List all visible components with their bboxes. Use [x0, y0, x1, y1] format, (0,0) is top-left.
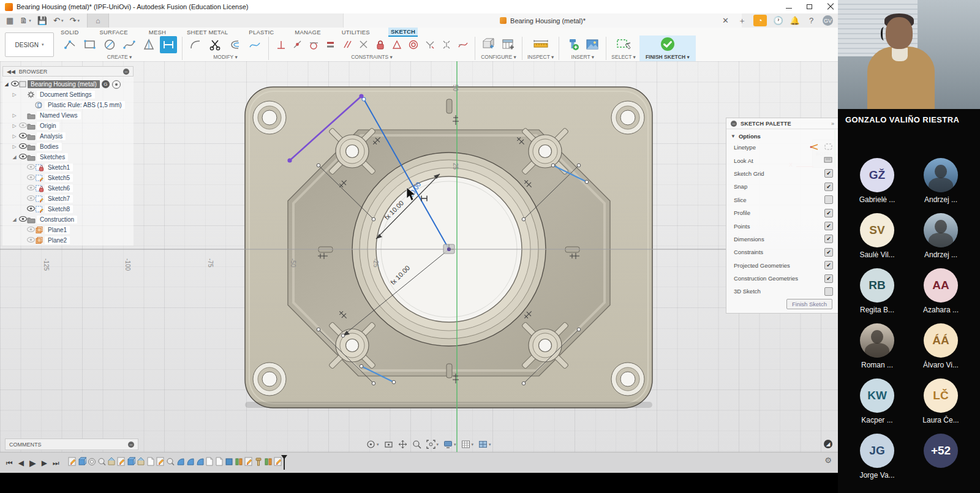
- group-label-create[interactable]: CREATE ▾: [107, 54, 132, 61]
- collapse-panel-icon[interactable]: ◀◀: [7, 69, 15, 75]
- app-grid-icon[interactable]: ▦: [6, 17, 13, 24]
- participant-tile[interactable]: AAAzahara ...: [909, 268, 973, 316]
- line-tool[interactable]: [62, 36, 79, 53]
- look-at-icon[interactable]: [384, 440, 393, 449]
- participant-tile[interactable]: Andrzej ...: [909, 158, 973, 206]
- break-tool[interactable]: [246, 36, 263, 53]
- parallel-constraint-tool[interactable]: [340, 36, 354, 53]
- browser-item-sketch6[interactable]: Sketch6: [2, 183, 134, 194]
- constraints-checkbox[interactable]: ✔: [824, 248, 833, 257]
- insert-mcmaster-tool[interactable]: [564, 36, 581, 53]
- help-icon[interactable]: ?: [806, 15, 816, 26]
- configuration-tool[interactable]: [480, 36, 497, 53]
- timeline-feature-sketch-10[interactable]: [156, 457, 165, 469]
- concentric-constraint-tool[interactable]: [406, 36, 420, 53]
- coincident-constraint-tool[interactable]: [290, 36, 304, 53]
- ribbon-tab-plastic[interactable]: PLASTIC: [246, 28, 276, 36]
- maximize-button[interactable]: [806, 3, 813, 10]
- sketch-grid-checkbox[interactable]: ✔: [824, 169, 833, 178]
- timeline-feature-wedge-8[interactable]: [137, 457, 145, 469]
- visibility-eye-icon[interactable]: [26, 206, 35, 213]
- browser-item-plane2[interactable]: Plane2: [2, 235, 134, 246]
- linetype-normal-icon[interactable]: [824, 143, 833, 152]
- timeline-feature-fillet-14[interactable]: [195, 457, 204, 469]
- participant-tile[interactable]: RBRegita B...: [845, 268, 909, 316]
- trim-tool[interactable]: [207, 36, 224, 53]
- job-status-icon[interactable]: ◔: [753, 15, 767, 26]
- slice-checkbox[interactable]: [824, 195, 833, 204]
- polygon-tool[interactable]: [140, 36, 157, 53]
- horizontal-vertical-constraint-tool[interactable]: [274, 36, 288, 53]
- browser-item-analysis[interactable]: ▷Analysis: [2, 131, 134, 141]
- collinear-constraint-tool[interactable]: [439, 36, 453, 53]
- participant-tile[interactable]: Andrzej ...: [909, 213, 973, 261]
- select-tool[interactable]: [615, 36, 632, 53]
- redo-button[interactable]: ↷▾: [69, 17, 79, 24]
- pan-icon[interactable]: [398, 440, 407, 449]
- browser-item-construction[interactable]: ◢Construction: [2, 214, 134, 225]
- browser-menu-icon[interactable]: –: [123, 69, 129, 75]
- comments-bar[interactable]: COMMENTS –: [5, 438, 138, 450]
- visibility-eye-icon[interactable]: [18, 216, 27, 223]
- fit-icon[interactable]: ▾: [426, 440, 439, 449]
- timeline-feature-view-11[interactable]: [166, 457, 175, 469]
- timeline-feature-doc-9[interactable]: [146, 457, 155, 469]
- home-tab-button[interactable]: ⌂: [87, 13, 109, 28]
- insert-image-tool[interactable]: [584, 36, 601, 53]
- save-button[interactable]: 💾: [37, 17, 47, 24]
- ribbon-tab-utilities[interactable]: UTILITIES: [339, 28, 372, 36]
- configuration-table-tool[interactable]: [500, 36, 517, 53]
- timeline-feature-pattern-18[interactable]: [235, 457, 243, 469]
- spline-tool[interactable]: [121, 36, 138, 53]
- timeline-feature-fillet-13[interactable]: [186, 457, 194, 469]
- participant-tile[interactable]: ÁÁÁlvaro Vi...: [909, 323, 973, 371]
- ribbon-tab-surface[interactable]: SURFACE: [97, 28, 130, 36]
- visibility-eye-icon[interactable]: [10, 81, 19, 88]
- timeline-feature-wedge-5[interactable]: [107, 457, 116, 469]
- participant-tile[interactable]: LČLaura Če...: [909, 378, 973, 426]
- browser-item-sketch1[interactable]: Sketch1: [2, 162, 134, 173]
- timeline-feature-doc-16[interactable]: [215, 457, 224, 469]
- timeline-feature-view-4[interactable]: [97, 457, 106, 469]
- snap-checkbox[interactable]: ✔: [824, 183, 833, 191]
- play-button[interactable]: ▶: [29, 458, 36, 468]
- sketch-origin[interactable]: [443, 244, 454, 254]
- offset-tool[interactable]: [227, 36, 244, 53]
- step-forward-button[interactable]: ▶: [42, 459, 47, 467]
- dimensions-checkbox[interactable]: ✔: [824, 235, 833, 243]
- zoom-icon[interactable]: [412, 440, 421, 449]
- finish-sketch-button[interactable]: FINISH SKETCH ▾: [639, 36, 696, 61]
- group-label-inspect[interactable]: INSPECT ▾: [527, 54, 554, 61]
- browser-header[interactable]: ◀◀ BROWSER –: [2, 66, 134, 77]
- profile-checkbox[interactable]: ✔: [824, 209, 833, 217]
- browser-item-sketch7[interactable]: Sketch7: [2, 194, 134, 204]
- browser-item-sketch8[interactable]: Sketch8: [2, 204, 134, 214]
- ribbon-tab-mesh[interactable]: MESH: [146, 28, 168, 36]
- visibility-eye-icon[interactable]: [26, 175, 35, 181]
- visibility-eye-icon[interactable]: [26, 227, 35, 233]
- look-at-icon[interactable]: [824, 156, 833, 165]
- ribbon-tab-manage[interactable]: MANAGE: [292, 28, 323, 36]
- visibility-eye-icon[interactable]: [18, 143, 27, 150]
- undo-button[interactable]: ↶▾: [53, 17, 63, 24]
- go-to-end-button[interactable]: ⏭: [53, 459, 59, 467]
- speaker-video[interactable]: [838, 0, 980, 109]
- grid-settings-icon[interactable]: ▾: [461, 440, 474, 449]
- palette-menu-icon[interactable]: –: [731, 121, 737, 127]
- activate-component-radio[interactable]: [112, 80, 121, 89]
- timeline-feature-fillet-12[interactable]: [176, 457, 184, 469]
- group-label-select[interactable]: SELECT ▾: [611, 54, 636, 61]
- fillet-tool[interactable]: [187, 36, 205, 53]
- browser-item-bodies[interactable]: ▷Bodies: [2, 141, 134, 152]
- participant-tile[interactable]: KWKacper ...: [845, 378, 909, 426]
- browser-item-plastic-rule-abs-1-5-mm-[interactable]: Plastic Rule: ABS (1,5 mm): [2, 100, 134, 110]
- go-to-start-button[interactable]: ⏮: [6, 459, 13, 467]
- ribbon-tab-sheet-metal[interactable]: SHEET METAL: [184, 28, 230, 36]
- close-button[interactable]: [827, 3, 834, 10]
- browser-item-origin[interactable]: ▷Origin: [2, 121, 134, 131]
- timeline-feature-box-7[interactable]: [127, 457, 135, 469]
- ribbon-tab-solid[interactable]: SOLID: [58, 28, 81, 36]
- visibility-eye-icon[interactable]: [18, 154, 27, 160]
- participant-tile[interactable]: Roman ...: [845, 323, 909, 371]
- visibility-eye-icon[interactable]: [26, 164, 35, 171]
